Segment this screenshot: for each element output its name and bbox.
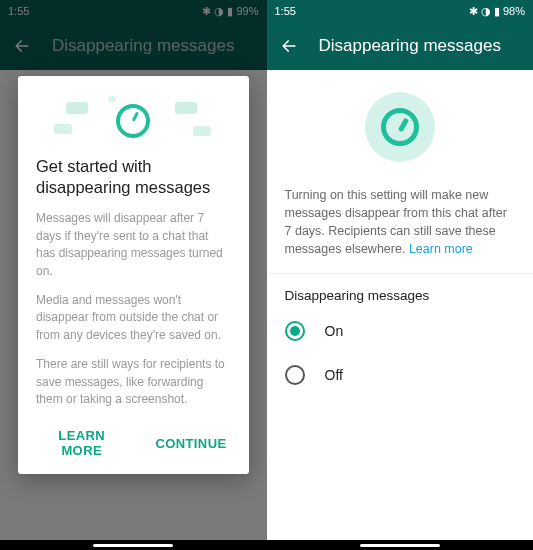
continue-button[interactable]: CONTINUE bbox=[151, 420, 230, 466]
bluetooth-icon: ✱ bbox=[469, 5, 478, 18]
feature-description: Turning on this setting will make new me… bbox=[267, 182, 534, 274]
modal-paragraph-1: Messages will disappear after 7 days if … bbox=[36, 210, 231, 280]
phone-right-screen: 1:55 ✱ ◑ ▮ 98% Disappearing messages Tur… bbox=[267, 0, 534, 550]
nav-bar bbox=[0, 540, 267, 550]
intro-modal: Get started with disappearing messages M… bbox=[18, 76, 249, 475]
modal-illustration bbox=[36, 92, 231, 150]
learn-more-link[interactable]: Learn more bbox=[409, 242, 473, 256]
timer-icon bbox=[365, 92, 435, 162]
section-title: Disappearing messages bbox=[267, 274, 534, 309]
radio-icon bbox=[285, 365, 305, 385]
status-time: 1:55 bbox=[275, 5, 296, 17]
description-text: Turning on this setting will make new me… bbox=[285, 188, 507, 256]
modal-heading: Get started with disappearing messages bbox=[36, 156, 231, 199]
page-title: Disappearing messages bbox=[319, 36, 501, 56]
app-bar: Disappearing messages bbox=[267, 22, 534, 70]
back-icon[interactable] bbox=[279, 36, 299, 56]
status-bar: 1:55 ✱ ◑ ▮ 98% bbox=[267, 0, 534, 22]
modal-paragraph-3: There are still ways for recipients to s… bbox=[36, 356, 231, 408]
status-battery: 98% bbox=[503, 5, 525, 17]
modal-actions: LEARN MORE CONTINUE bbox=[36, 420, 231, 466]
modal-overlay: Get started with disappearing messages M… bbox=[0, 0, 267, 550]
timer-icon bbox=[116, 104, 150, 138]
modal-paragraph-2: Media and messages won't disappear from … bbox=[36, 292, 231, 344]
battery-icon: ▮ bbox=[494, 5, 500, 18]
radio-option-off[interactable]: Off bbox=[267, 353, 534, 397]
phone-left-screen: 1:55 ✱ ◑ ▮ 99% Disappearing messages Get… bbox=[0, 0, 267, 550]
signal-icon: ◑ bbox=[481, 5, 491, 18]
nav-bar bbox=[267, 540, 534, 550]
radio-option-on[interactable]: On bbox=[267, 309, 534, 353]
radio-label: Off bbox=[325, 367, 343, 383]
radio-icon bbox=[285, 321, 305, 341]
status-right: ✱ ◑ ▮ 98% bbox=[469, 5, 525, 18]
radio-label: On bbox=[325, 323, 344, 339]
learn-more-button[interactable]: LEARN MORE bbox=[36, 420, 127, 466]
